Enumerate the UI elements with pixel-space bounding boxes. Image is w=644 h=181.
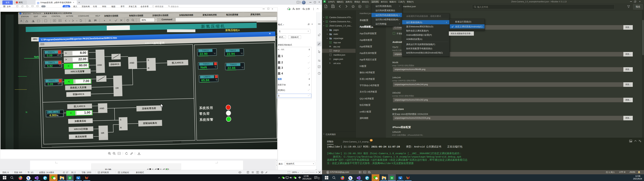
svg-text:H: H (391, 177, 392, 179)
svg-text:5G: 5G (160, 168, 162, 170)
svg-text:?: ? (319, 72, 320, 74)
svg-text:H: H (69, 177, 70, 179)
svg-text:4G: 4G (152, 168, 154, 170)
